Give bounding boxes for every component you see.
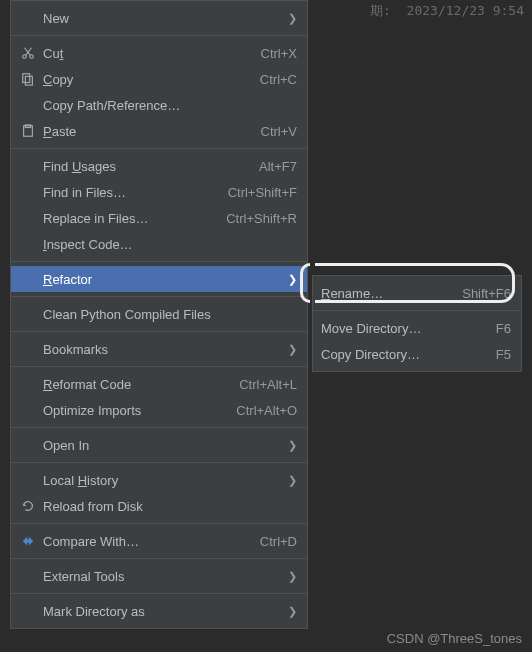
blank-icon bbox=[19, 9, 37, 27]
chevron-right-icon: ❯ bbox=[288, 570, 297, 583]
menu-label: Copy Directory… bbox=[321, 347, 486, 362]
svg-point-0 bbox=[23, 55, 27, 59]
menu-label: Cut bbox=[43, 46, 251, 61]
menu-shortcut: Ctrl+Shift+F bbox=[218, 185, 297, 200]
blank-icon bbox=[19, 340, 37, 358]
menu-label: Reload from Disk bbox=[43, 499, 297, 514]
blank-icon bbox=[19, 96, 37, 114]
menu-label: Mark Directory as bbox=[43, 604, 280, 619]
menu-item-find-in-files[interactable]: Find in Files… Ctrl+Shift+F bbox=[11, 179, 307, 205]
menu-shortcut: Ctrl+C bbox=[250, 72, 297, 87]
separator bbox=[11, 593, 307, 594]
menu-label: Copy bbox=[43, 72, 250, 87]
separator bbox=[11, 427, 307, 428]
menu-item-optimize-imports[interactable]: Optimize Imports Ctrl+Alt+O bbox=[11, 397, 307, 423]
blank-icon bbox=[19, 602, 37, 620]
separator bbox=[11, 558, 307, 559]
menu-item-bookmarks[interactable]: Bookmarks ❯ bbox=[11, 336, 307, 362]
context-menu: New ❯ Cut Ctrl+X Copy Ctrl+C Copy Path/R… bbox=[10, 0, 308, 629]
chevron-right-icon: ❯ bbox=[288, 343, 297, 356]
menu-item-copy-path[interactable]: Copy Path/Reference… bbox=[11, 92, 307, 118]
chevron-right-icon: ❯ bbox=[288, 605, 297, 618]
menu-shortcut: Ctrl+Alt+L bbox=[229, 377, 297, 392]
menu-item-find-usages[interactable]: Find Usages Alt+F7 bbox=[11, 153, 307, 179]
menu-label: Compare With… bbox=[43, 534, 250, 549]
blank-icon bbox=[19, 235, 37, 253]
menu-item-refactor[interactable]: Refactor ❯ bbox=[11, 266, 307, 292]
blank-icon bbox=[19, 270, 37, 288]
menu-shortcut: F6 bbox=[486, 321, 511, 336]
menu-label: Rename… bbox=[321, 286, 452, 301]
chevron-right-icon: ❯ bbox=[288, 474, 297, 487]
background-timestamp: 期: 2023/12/23 9:54 bbox=[370, 2, 524, 20]
separator bbox=[11, 523, 307, 524]
menu-item-compare-with[interactable]: Compare With… Ctrl+D bbox=[11, 528, 307, 554]
blank-icon bbox=[19, 209, 37, 227]
menu-label: Clean Python Compiled Files bbox=[43, 307, 297, 322]
copy-icon bbox=[19, 70, 37, 88]
menu-label: Move Directory… bbox=[321, 321, 486, 336]
blank-icon bbox=[19, 471, 37, 489]
menu-item-replace-in-files[interactable]: Replace in Files… Ctrl+Shift+R bbox=[11, 205, 307, 231]
menu-label: Paste bbox=[43, 124, 251, 139]
menu-label: Replace in Files… bbox=[43, 211, 216, 226]
menu-item-mark-directory-as[interactable]: Mark Directory as ❯ bbox=[11, 598, 307, 624]
paste-icon bbox=[19, 122, 37, 140]
menu-item-open-in[interactable]: Open In ❯ bbox=[11, 432, 307, 458]
menu-label: Optimize Imports bbox=[43, 403, 226, 418]
submenu-item-move-directory[interactable]: Move Directory… F6 bbox=[313, 315, 521, 341]
svg-point-1 bbox=[30, 55, 34, 59]
separator bbox=[11, 331, 307, 332]
menu-shortcut: Ctrl+V bbox=[251, 124, 297, 139]
refactor-submenu: Rename… Shift+F6 Move Directory… F6 Copy… bbox=[312, 275, 522, 372]
submenu-item-rename[interactable]: Rename… Shift+F6 bbox=[313, 280, 521, 306]
menu-shortcut: Ctrl+D bbox=[250, 534, 297, 549]
blank-icon bbox=[19, 567, 37, 585]
menu-shortcut: Ctrl+Alt+O bbox=[226, 403, 297, 418]
menu-label: Find in Files… bbox=[43, 185, 218, 200]
menu-item-external-tools[interactable]: External Tools ❯ bbox=[11, 563, 307, 589]
menu-label: External Tools bbox=[43, 569, 280, 584]
separator bbox=[11, 261, 307, 262]
menu-shortcut: Ctrl+Shift+R bbox=[216, 211, 297, 226]
separator bbox=[11, 148, 307, 149]
menu-item-copy[interactable]: Copy Ctrl+C bbox=[11, 66, 307, 92]
menu-item-clean-python[interactable]: Clean Python Compiled Files bbox=[11, 301, 307, 327]
compare-icon bbox=[19, 532, 37, 550]
blank-icon bbox=[19, 401, 37, 419]
chevron-right-icon: ❯ bbox=[288, 12, 297, 25]
menu-label: Reformat Code bbox=[43, 377, 229, 392]
menu-label: Bookmarks bbox=[43, 342, 280, 357]
chevron-right-icon: ❯ bbox=[288, 439, 297, 452]
menu-label: New bbox=[43, 11, 280, 26]
separator bbox=[11, 462, 307, 463]
menu-label: Open In bbox=[43, 438, 280, 453]
reload-icon bbox=[19, 497, 37, 515]
menu-shortcut: F5 bbox=[486, 347, 511, 362]
chevron-right-icon: ❯ bbox=[288, 273, 297, 286]
blank-icon bbox=[19, 436, 37, 454]
separator bbox=[11, 35, 307, 36]
separator bbox=[11, 296, 307, 297]
scissors-icon bbox=[19, 44, 37, 62]
separator bbox=[313, 310, 521, 311]
menu-label: Refactor bbox=[43, 272, 280, 287]
menu-item-new[interactable]: New ❯ bbox=[11, 5, 307, 31]
menu-shortcut: Alt+F7 bbox=[249, 159, 297, 174]
menu-item-reload-from-disk[interactable]: Reload from Disk bbox=[11, 493, 307, 519]
blank-icon bbox=[19, 157, 37, 175]
menu-item-local-history[interactable]: Local History ❯ bbox=[11, 467, 307, 493]
menu-label: Find Usages bbox=[43, 159, 249, 174]
blank-icon bbox=[19, 305, 37, 323]
menu-item-reformat-code[interactable]: Reformat Code Ctrl+Alt+L bbox=[11, 371, 307, 397]
blank-icon bbox=[19, 183, 37, 201]
svg-rect-3 bbox=[25, 76, 32, 85]
submenu-item-copy-directory[interactable]: Copy Directory… F5 bbox=[313, 341, 521, 367]
menu-item-inspect-code[interactable]: Inspect Code… bbox=[11, 231, 307, 257]
menu-label: Local History bbox=[43, 473, 280, 488]
svg-rect-2 bbox=[23, 74, 30, 83]
menu-item-paste[interactable]: Paste Ctrl+V bbox=[11, 118, 307, 144]
menu-item-cut[interactable]: Cut Ctrl+X bbox=[11, 40, 307, 66]
separator bbox=[11, 366, 307, 367]
menu-label: Inspect Code… bbox=[43, 237, 297, 252]
